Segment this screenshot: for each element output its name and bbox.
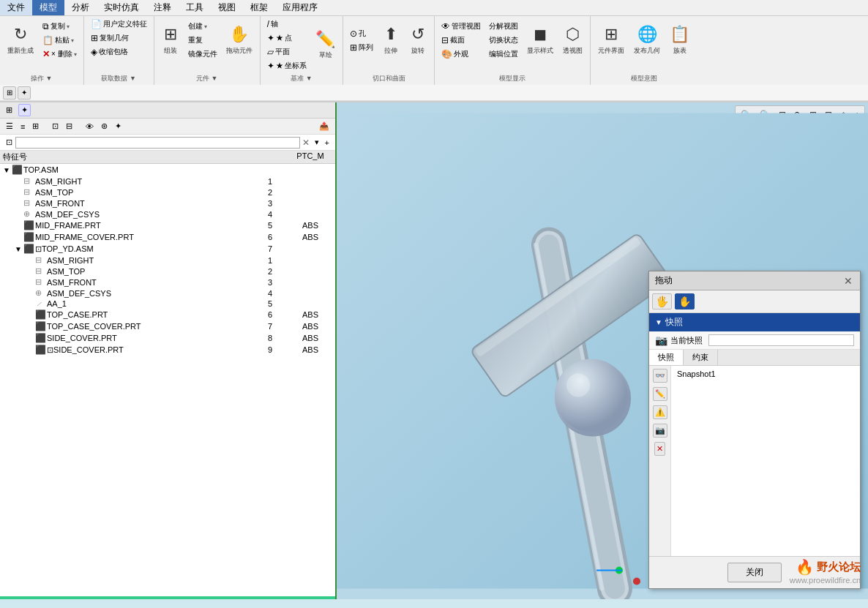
tree-expand-arrow[interactable]: ▼ <box>15 245 23 253</box>
snapshot-item[interactable]: Snapshot1 <box>674 369 857 379</box>
snapshot-list-area: 👓 ✏️ ⚠️ 📷 ✕ Snapshot1 <box>649 366 860 556</box>
delete-button[interactable]: ✕ × 删除 ▾ <box>39 48 81 61</box>
panel-tb-link[interactable]: ⊛ <box>98 120 111 132</box>
tree-item[interactable]: ⊕ASM_DEF_CSYS4 <box>0 209 335 219</box>
snap-icon5[interactable]: ✕ <box>654 442 665 456</box>
comp-boundary-button[interactable]: ⊞ 元件界面 <box>594 18 629 63</box>
perspective-button[interactable]: ⬡ 透视图 <box>558 18 587 63</box>
drag-mode-button2[interactable]: ✋ <box>675 293 695 309</box>
panel-tb-eye[interactable]: 👁 <box>83 121 97 132</box>
menu-tools[interactable]: 工具 <box>179 0 211 15</box>
menu-model[interactable]: 模型 <box>32 0 64 15</box>
group-button[interactable]: ⊞ 组装 <box>157 18 184 63</box>
sketch-button[interactable]: ✏️ 草绘 <box>311 23 340 68</box>
tree-item[interactable]: ⊟ASM_TOP2 <box>0 266 335 277</box>
tree-item[interactable]: ⬛TOP_CASE_COVER.PRT7ABS <box>0 320 335 332</box>
tree-item[interactable]: ⬛MID_FRAME.PRT5ABS <box>0 219 335 231</box>
split-view-button[interactable]: 分解视图 <box>485 20 522 33</box>
search-clear-button[interactable]: ✕ <box>300 138 312 148</box>
pull-button[interactable]: ⬆ 拉伸 <box>378 18 404 63</box>
tree-item[interactable]: ⊟ASM_RIGHT1 <box>0 176 335 187</box>
panel-icon1[interactable]: ⊞ <box>3 104 15 116</box>
tree-item[interactable]: ⬛⊡SIDE_COVER.PRT9ABS <box>0 344 335 356</box>
search-filter-icon[interactable]: ⊡ <box>3 136 15 149</box>
copy-button[interactable]: ⧉ 复制 ▾ <box>39 20 81 33</box>
search-add-button[interactable]: + <box>322 137 332 149</box>
panel-icon2[interactable]: ✦ <box>18 104 31 116</box>
snapshot-name-input[interactable] <box>708 334 854 346</box>
cut-state-button[interactable]: 切换状态 <box>485 34 522 47</box>
panel-tb-grid[interactable]: ⊞ <box>29 120 42 132</box>
tree-expand-arrow[interactable]: ▼ <box>3 166 12 174</box>
create-button[interactable]: 创建 ▾ <box>184 20 221 33</box>
snapshot-section-header[interactable]: ▼ 快照 <box>649 313 860 331</box>
section-button[interactable]: ⊟ 截面 <box>438 34 484 47</box>
panel-tb-list2[interactable]: ≡ <box>18 121 28 132</box>
menu-realtime[interactable]: 实时仿真 <box>97 0 146 15</box>
panel-tb-sort[interactable]: ⊟ <box>63 120 75 132</box>
rotate-button[interactable]: ↺ 旋转 <box>405 18 431 63</box>
search-input[interactable] <box>15 137 300 149</box>
tab-snapshot[interactable]: 快照 <box>649 350 684 365</box>
drag-dialog-close-button[interactable]: ✕ <box>842 275 854 287</box>
snap-icon1[interactable]: 👓 <box>653 369 667 383</box>
tree-item[interactable]: ⬛MID_FRAME_COVER.PRT6ABS <box>0 231 335 243</box>
manage-view-button[interactable]: 👁 管理视图 <box>438 20 484 33</box>
tree-item[interactable]: ⬛SIDE_COVER.PRT8ABS <box>0 332 335 344</box>
paste-button[interactable]: 📋 粘贴 ▾ <box>39 34 81 47</box>
menu-view[interactable]: 视图 <box>211 0 243 15</box>
search-btn2[interactable]: ▾ <box>312 136 322 149</box>
tree-item[interactable]: ⊟ASM_FRONT3 <box>0 198 335 209</box>
menu-framework[interactable]: 框架 <box>243 0 275 15</box>
menu-app[interactable]: 应用程序 <box>275 0 325 15</box>
viewport[interactable]: 🔍 🔍 ⊡ ⟳ ⊞ ⊟ ◈ ↕ <box>337 102 868 599</box>
replicate-button[interactable]: ⊞ 复制几何 <box>87 31 151 45</box>
tree-item-icon: ⬛ <box>23 244 35 254</box>
drag-component-button[interactable]: ✋ 拖动元件 <box>222 18 257 63</box>
panel-tb-export[interactable]: 📤 <box>316 120 332 132</box>
tree-item[interactable]: ⬛TOP_CASE.PRT6ABS <box>0 309 335 320</box>
userdef-button[interactable]: 📄 用户定义特征 <box>87 18 151 31</box>
tree-item-name: ASM_TOP <box>35 188 252 197</box>
tree-area[interactable]: ▼⬛TOP.ASM⊟ASM_RIGHT1⊟ASM_TOP2⊟ASM_FRONT3… <box>0 164 335 596</box>
close-button[interactable]: 关闭 <box>727 563 782 582</box>
edit-pos-button[interactable]: 编辑位置 <box>485 48 522 61</box>
array-button[interactable]: ⊞ 阵列 <box>346 41 377 54</box>
tree-item[interactable]: ⊟ASM_TOP2 <box>0 187 335 198</box>
display-style-button[interactable]: ◼ 显示样式 <box>523 18 558 63</box>
repeat-button[interactable]: 重复 <box>184 34 221 47</box>
outer-button[interactable]: 🎨 外观 <box>438 48 484 61</box>
publish-geo-button[interactable]: 🌐 发布几何 <box>629 18 665 63</box>
coord-button[interactable]: ✦ ★ 坐标系 <box>263 59 311 72</box>
hole-button[interactable]: ⊙ 孔 <box>346 27 377 40</box>
panel-tb-filter[interactable]: ⊡ <box>49 120 61 132</box>
panel-tb-star[interactable]: ✦ <box>112 120 124 132</box>
shrink-button[interactable]: ◈ 收缩包络 <box>87 45 151 59</box>
tree-item[interactable]: ⊟ASM_RIGHT1 <box>0 255 335 266</box>
tree-item[interactable]: ⊟ASM_FRONT3 <box>0 277 335 288</box>
snap-icon2[interactable]: ✏️ <box>653 387 667 401</box>
tree-item[interactable]: ▼⬛TOP.ASM <box>0 164 335 176</box>
regenerate-button[interactable]: ↻ 重新生成 <box>3 18 38 63</box>
menu-analysis[interactable]: 分析 <box>64 0 97 15</box>
axis-button[interactable]: / 轴 <box>263 18 311 31</box>
tab-constraint[interactable]: 约束 <box>684 350 718 365</box>
snap-icon3[interactable]: ⚠️ <box>653 405 667 419</box>
tree-item[interactable]: ⟋AA_15 <box>0 299 335 309</box>
table-button[interactable]: 📋 族表 <box>665 18 694 63</box>
plane-button[interactable]: ▱ 平面 <box>263 45 311 59</box>
tree-item-name: ⊡TOP_YD.ASM <box>35 244 252 254</box>
tree-item[interactable]: ▼⬛⊡TOP_YD.ASM7 <box>0 243 335 255</box>
second-tb-btn2[interactable]: ✦ <box>18 86 31 100</box>
tree-item[interactable]: ⊕ASM_DEF_CSYS4 <box>0 288 335 299</box>
point-button[interactable]: ✦ ★ 点 <box>263 31 311 45</box>
mirror-button[interactable]: 镜像元件 <box>184 48 221 61</box>
tree-item-icon: ⊟ <box>35 266 47 276</box>
panel-tb-list1[interactable]: ☰ <box>3 120 16 132</box>
tree-item-icon: ⊟ <box>35 255 47 265</box>
menu-file[interactable]: 文件 <box>0 0 32 15</box>
menu-annotation[interactable]: 注释 <box>146 0 179 15</box>
snap-icon4[interactable]: 📷 <box>653 424 667 438</box>
second-tb-btn1[interactable]: ⊞ <box>3 86 16 100</box>
drag-mode-button1[interactable]: 🖐 <box>652 293 672 309</box>
